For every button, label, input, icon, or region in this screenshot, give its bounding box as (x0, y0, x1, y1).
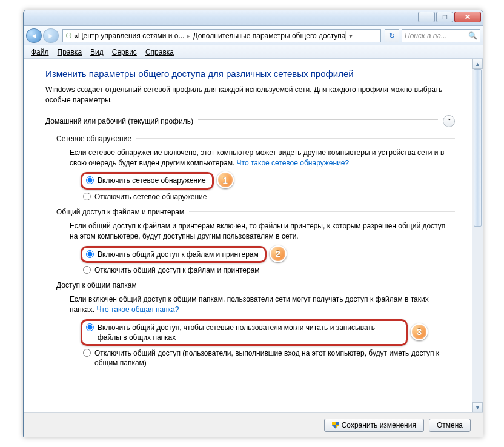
page-title: Изменить параметры общего доступа для ра… (45, 68, 455, 79)
content-area: Изменить параметры общего доступа для ра… (24, 59, 472, 412)
menu-view[interactable]: Вид (87, 47, 107, 58)
radio-public-on[interactable] (86, 323, 94, 331)
arrow-left-icon: ◄ (30, 31, 38, 40)
scroll-down-button[interactable]: ▼ (472, 402, 483, 412)
badge-3: 3 (411, 323, 428, 340)
search-input[interactable]: Поиск в па... 🔍 (402, 29, 480, 42)
cancel-button[interactable]: Отмена (429, 419, 471, 432)
scroll-up-button[interactable]: ▲ (472, 59, 483, 69)
refresh-button[interactable]: ↻ (385, 29, 399, 42)
section-body-discovery: Если сетевое обнаружение включено, этот … (70, 148, 455, 169)
radio-discovery-on[interactable] (86, 176, 94, 184)
menu-help[interactable]: Справка (142, 47, 177, 58)
section-network-discovery: Сетевое обнаружение Если сетевое обнаруж… (56, 134, 455, 203)
radio-discovery-off[interactable] (83, 193, 91, 200)
radio-public-off-label: Отключить общий доступ (пользователи, вы… (94, 348, 453, 368)
search-placeholder: Поиск в па... (405, 31, 447, 40)
arrow-right-icon: ► (47, 31, 55, 40)
breadcrumb-part-1[interactable]: Центр управления сетями и о... (78, 31, 185, 40)
menu-bar: Файл Правка Вид Сервис Справка (24, 45, 483, 59)
vertical-scrollbar[interactable]: ▲ ▼ (472, 59, 483, 412)
section-public-folders: Доступ к общим папкам Если включен общий… (56, 281, 455, 369)
refresh-icon: ↻ (389, 31, 395, 40)
link-what-is-public-folder[interactable]: Что такое общая папка? (97, 305, 179, 314)
footer-bar: Сохранить изменения Отмена (24, 412, 483, 437)
maximize-button[interactable]: ☐ (436, 12, 453, 22)
forward-button[interactable]: ► (43, 28, 59, 43)
page-description: Windows создает отдельный сетевой профил… (45, 85, 455, 105)
radio-fileshare-on[interactable] (86, 250, 94, 258)
badge-2: 2 (270, 245, 287, 262)
section-body-public: Если включен общий доступ к общим папкам… (70, 294, 455, 316)
section-title-fileshare: Общий доступ к файлам и принтерам (56, 208, 184, 216)
radio-fileshare-on-label: Включить общий доступ к файлам и принтер… (98, 250, 259, 259)
navigation-bar: ◄ ► ⚆ « Центр управления сетями и о... ▸… (24, 26, 483, 45)
breadcrumb-prefix: « (74, 31, 78, 40)
close-button[interactable]: ✕ (454, 12, 481, 22)
radio-fileshare-off[interactable] (83, 266, 91, 274)
section-title-discovery: Сетевое обнаружение (56, 134, 131, 143)
menu-edit[interactable]: Правка (54, 47, 86, 58)
radio-public-on-label: Включить общий доступ, чтобы сетевые пол… (98, 323, 400, 342)
menu-tools[interactable]: Сервис (108, 47, 141, 58)
badge-1: 1 (217, 171, 234, 188)
save-button[interactable]: Сохранить изменения (324, 419, 424, 432)
address-dropdown[interactable]: ▾ (345, 31, 355, 40)
window-frame: — ☐ ✕ ◄ ► ⚆ « Центр управления сетями и … (23, 10, 483, 437)
radio-public-off[interactable] (83, 349, 91, 357)
back-button[interactable]: ◄ (26, 28, 42, 43)
profile-header[interactable]: Домашний или рабочий (текущий профиль) ⌃ (45, 115, 455, 127)
radio-discovery-off-label: Отключить сетевое обнаружение (94, 192, 207, 202)
section-body-fileshare: Если общий доступ к файлам и принтерам в… (70, 221, 455, 242)
radio-fileshare-off-label: Отключить общий доступ к файлам и принте… (94, 265, 260, 275)
radio-discovery-on-label: Включить сетевое обнаружение (98, 176, 206, 185)
search-icon: 🔍 (468, 31, 477, 40)
address-bar[interactable]: ⚆ « Центр управления сетями и о... ▸ Доп… (62, 29, 381, 42)
breadcrumb-part-2[interactable]: Дополнительные параметры общего доступа (193, 31, 345, 40)
section-title-public: Доступ к общим папкам (56, 281, 137, 290)
network-icon: ⚆ (63, 31, 74, 40)
link-what-is-discovery[interactable]: Что такое сетевое обнаружение? (237, 159, 350, 167)
menu-file[interactable]: Файл (27, 47, 53, 58)
section-file-sharing: Общий доступ к файлам и принтерам Если о… (56, 208, 455, 276)
breadcrumb-separator: ▸ (184, 31, 193, 40)
minimize-button[interactable]: — (418, 12, 435, 22)
chevron-up-icon[interactable]: ⌃ (443, 115, 455, 127)
titlebar: — ☐ ✕ (24, 10, 483, 26)
scroll-thumb[interactable] (474, 69, 482, 227)
profile-label: Домашний или рабочий (текущий профиль) (45, 117, 193, 125)
shield-icon (332, 422, 339, 429)
